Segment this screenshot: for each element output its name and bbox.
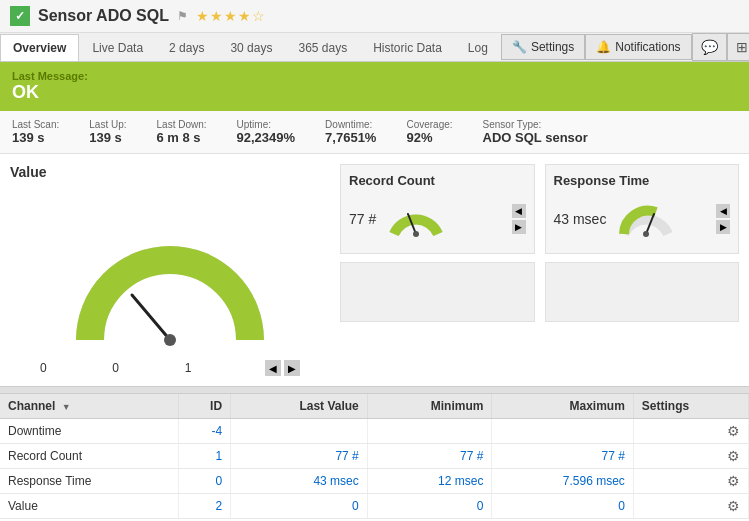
tab-historic-data[interactable]: Historic Data xyxy=(360,34,455,61)
table-row: Response Time 0 43 msec 12 msec 7.596 ms… xyxy=(0,469,749,494)
cell-settings: ⚙ xyxy=(633,494,748,519)
right-panels: Record Count 77 # ◀ ▶ xyxy=(340,164,739,376)
section-divider xyxy=(0,386,749,394)
cell-last-value: 43 msec xyxy=(231,469,368,494)
col-header-maximum[interactable]: Maximum xyxy=(492,394,633,419)
status-value: OK xyxy=(12,82,737,103)
metric-last-down: Last Down: 6 m 8 s xyxy=(157,119,207,145)
panel-response-time-value: 43 msec xyxy=(554,211,607,227)
metric-coverage-label: Coverage: xyxy=(406,119,452,130)
metric-last-down-value: 6 m 8 s xyxy=(157,130,207,145)
col-header-minimum[interactable]: Minimum xyxy=(367,394,492,419)
metric-last-up-value: 139 s xyxy=(89,130,126,145)
panel-record-count-title: Record Count xyxy=(349,173,526,188)
gauge-title: Value xyxy=(10,164,330,180)
record-count-next[interactable]: ▶ xyxy=(512,220,526,234)
svg-point-1 xyxy=(164,334,176,346)
metric-downtime: Downtime: 7,7651% xyxy=(325,119,376,145)
metric-last-up: Last Up: 139 s xyxy=(89,119,126,145)
metric-last-scan-value: 139 s xyxy=(12,130,59,145)
cell-maximum: 0 xyxy=(492,494,633,519)
cell-maximum: 7.596 msec xyxy=(492,469,633,494)
response-time-next[interactable]: ▶ xyxy=(716,220,730,234)
tab-365days[interactable]: 365 days xyxy=(285,34,360,61)
col-header-settings: Settings xyxy=(633,394,748,419)
svg-line-0 xyxy=(132,295,170,340)
metric-last-scan: Last Scan: 139 s xyxy=(12,119,59,145)
metric-downtime-value: 7,7651% xyxy=(325,130,376,145)
tab-log[interactable]: Log xyxy=(455,34,501,61)
cell-channel: Downtime xyxy=(0,419,179,444)
cell-id: 0 xyxy=(179,469,231,494)
metric-sensor-type-value: ADO SQL sensor xyxy=(483,130,588,145)
notifications-button[interactable]: 🔔 Notifications xyxy=(585,34,691,60)
panel-record-count-content: 77 # ◀ ▶ xyxy=(349,192,526,245)
cell-settings: ⚙ xyxy=(633,444,748,469)
gauge-section: Value 0 0 1 ◀ ▶ xyxy=(10,164,330,376)
page-header: Sensor ADO SQL ⚑ ★★★★☆ xyxy=(0,0,749,33)
record-count-prev[interactable]: ◀ xyxy=(512,204,526,218)
cell-channel: Value xyxy=(0,494,179,519)
response-time-prev[interactable]: ◀ xyxy=(716,204,730,218)
metric-last-down-label: Last Down: xyxy=(157,119,207,130)
svg-point-3 xyxy=(413,231,419,237)
tab-live-data[interactable]: Live Data xyxy=(79,34,156,61)
notifications-label: Notifications xyxy=(615,40,680,54)
table-row: Downtime -4 ⚙ xyxy=(0,419,749,444)
col-header-last-value[interactable]: Last Value xyxy=(231,394,368,419)
tab-30days[interactable]: 30 days xyxy=(217,34,285,61)
response-time-gauge xyxy=(616,192,676,242)
table-row: Record Count 1 77 # 77 # 77 # ⚙ xyxy=(0,444,749,469)
metrics-row: Last Scan: 139 s Last Up: 139 s Last Dow… xyxy=(0,111,749,154)
star-rating[interactable]: ★★★★☆ xyxy=(196,8,266,24)
panel-response-time-content: 43 msec ◀ ▶ xyxy=(554,192,731,245)
cell-maximum xyxy=(492,419,633,444)
panel-response-time: Response Time 43 msec ◀ ▶ xyxy=(545,164,740,254)
metric-coverage-value: 92% xyxy=(406,130,452,145)
panel-record-count: Record Count 77 # ◀ ▶ xyxy=(340,164,535,254)
metric-uptime-value: 92,2349% xyxy=(237,130,296,145)
svg-point-5 xyxy=(643,231,649,237)
settings-gear-icon[interactable]: ⚙ xyxy=(727,423,740,439)
settings-gear-icon[interactable]: ⚙ xyxy=(727,473,740,489)
cell-maximum: 77 # xyxy=(492,444,633,469)
grid-button[interactable]: ⊞ xyxy=(727,33,749,61)
cell-channel: Record Count xyxy=(0,444,179,469)
metric-last-scan-label: Last Scan: xyxy=(12,119,59,130)
table-header-row: Channel ▼ ID Last Value Minimum Maximum … xyxy=(0,394,749,419)
settings-label: Settings xyxy=(531,40,574,54)
tab-overview[interactable]: Overview xyxy=(0,34,79,61)
cell-id: 2 xyxy=(179,494,231,519)
cell-minimum: 12 msec xyxy=(367,469,492,494)
cell-last-value: 77 # xyxy=(231,444,368,469)
settings-gear-icon[interactable]: ⚙ xyxy=(727,448,740,464)
metric-sensor-type: Sensor Type: ADO SQL sensor xyxy=(483,119,588,145)
cell-settings: ⚙ xyxy=(633,419,748,444)
settings-gear-icon[interactable]: ⚙ xyxy=(727,498,740,514)
metric-uptime-label: Uptime: xyxy=(237,119,296,130)
gauge-svg xyxy=(60,190,280,370)
metric-uptime: Uptime: 92,2349% xyxy=(237,119,296,145)
sort-arrow-channel: ▼ xyxy=(62,402,71,412)
panel-record-count-value: 77 # xyxy=(349,211,376,227)
cell-last-value xyxy=(231,419,368,444)
metric-coverage: Coverage: 92% xyxy=(406,119,452,145)
record-count-gauge xyxy=(386,192,446,242)
empty-panel-1 xyxy=(340,262,535,322)
panel-row-top: Record Count 77 # ◀ ▶ xyxy=(340,164,739,254)
tab-2days[interactable]: 2 days xyxy=(156,34,217,61)
cell-minimum: 77 # xyxy=(367,444,492,469)
wrench-icon: 🔧 xyxy=(512,40,527,54)
status-label: Last Message: xyxy=(12,70,737,82)
panel-response-time-title: Response Time xyxy=(554,173,731,188)
cell-id: 1 xyxy=(179,444,231,469)
main-content: Value 0 0 1 ◀ ▶ xyxy=(0,154,749,386)
col-header-channel[interactable]: Channel ▼ xyxy=(0,394,179,419)
metric-sensor-type-label: Sensor Type: xyxy=(483,119,588,130)
table-row: Value 2 0 0 0 ⚙ xyxy=(0,494,749,519)
settings-button[interactable]: 🔧 Settings xyxy=(501,34,585,60)
flag-icon[interactable]: ⚑ xyxy=(177,9,188,23)
metric-last-up-label: Last Up: xyxy=(89,119,126,130)
col-header-id[interactable]: ID xyxy=(179,394,231,419)
chat-button[interactable]: 💬 xyxy=(692,33,727,61)
